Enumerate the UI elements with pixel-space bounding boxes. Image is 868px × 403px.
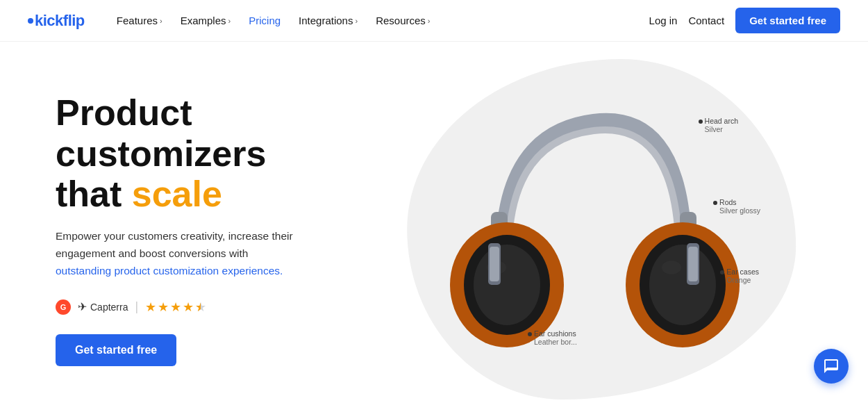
annotation-ear-cushions: Ear cushions Leather bor...	[528, 329, 577, 346]
hero-desc-link[interactable]: outstanding product customization experi…	[56, 265, 283, 277]
star-1: ★	[145, 299, 156, 315]
capterra-icon: ✈	[78, 300, 87, 313]
hero-badges: G ✈ Capterra | ★ ★ ★ ★ ★ ★	[56, 299, 347, 315]
star-rating: ★ ★ ★ ★ ★ ★	[145, 299, 206, 315]
navbar: kickflip Features › Examples › Pricing I…	[0, 0, 868, 42]
nav-examples[interactable]: Examples ›	[174, 10, 238, 31]
g2-icon: G	[56, 299, 71, 315]
logo-dot	[28, 18, 33, 24]
contact-link[interactable]: Contact	[688, 15, 724, 26]
logo-text: kickflip	[35, 12, 85, 30]
chevron-icon: ›	[160, 17, 162, 25]
badge-divider: |	[135, 299, 138, 314]
svg-rect-11	[688, 247, 698, 281]
nav-pricing[interactable]: Pricing	[242, 10, 287, 31]
nav-cta-button[interactable]: Get started free	[735, 8, 840, 33]
chat-button[interactable]	[814, 349, 849, 384]
annotation-rods: Rods Silver glossy	[713, 198, 760, 215]
chat-icon	[823, 358, 840, 375]
capterra-badge: ✈ Capterra	[78, 300, 128, 313]
nav-features[interactable]: Features ›	[110, 10, 169, 31]
chevron-icon: ›	[228, 17, 231, 25]
nav-right: Log in Contact Get started free	[649, 8, 840, 33]
star-4: ★	[183, 299, 194, 315]
hero-description: Empower your customers creativity, incre…	[56, 228, 306, 279]
logo[interactable]: kickflip	[28, 12, 85, 30]
svg-point-4	[474, 245, 540, 325]
hero-title: Product customizers that scale	[56, 92, 347, 214]
nav-integrations[interactable]: Integrations ›	[292, 10, 365, 31]
nav-resources[interactable]: Resources ›	[369, 10, 437, 31]
hero-right: Head arch Silver Rods Silver glossy Ear …	[347, 56, 840, 403]
svg-point-8	[649, 245, 716, 325]
annotation-ear-cases: Ear cases Orange	[720, 268, 759, 284]
star-5: ★ ★	[195, 299, 206, 315]
headphones-container: Head arch Silver Rods Silver glossy Ear …	[420, 69, 767, 389]
svg-point-9	[662, 261, 681, 274]
hero-section: Product customizers that scale Empower y…	[0, 42, 868, 403]
chevron-icon: ›	[428, 17, 431, 25]
chevron-icon: ›	[355, 17, 358, 25]
star-3: ★	[170, 299, 181, 315]
hero-cta-button[interactable]: Get started free	[56, 334, 176, 366]
login-link[interactable]: Log in	[649, 15, 678, 26]
nav-links: Features › Examples › Pricing Integratio…	[110, 10, 649, 31]
svg-rect-13	[490, 247, 499, 281]
star-2: ★	[158, 299, 169, 315]
hero-left: Product customizers that scale Empower y…	[56, 92, 347, 365]
g2-badge: G	[56, 299, 71, 315]
annotation-head-arch: Head arch Silver	[699, 117, 738, 133]
